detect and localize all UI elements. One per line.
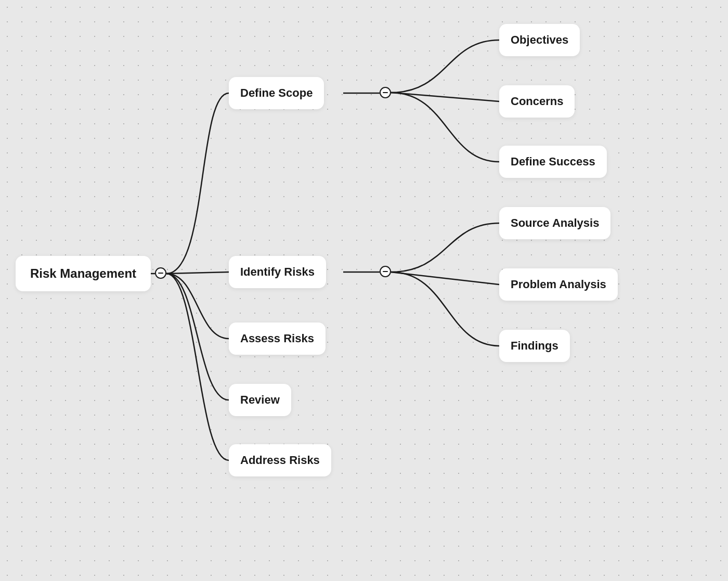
node-objectives[interactable]: Objectives	[499, 24, 580, 56]
node-problem-analysis[interactable]: Problem Analysis	[499, 268, 618, 301]
node-concerns[interactable]: Concerns	[499, 85, 575, 118]
node-concerns-label: Concerns	[511, 95, 563, 108]
node-assess-risks-label: Assess Risks	[240, 332, 314, 345]
node-root-label: Risk Management	[30, 266, 136, 281]
node-define-scope-label: Define Scope	[240, 86, 313, 100]
collapse-root[interactable]	[155, 267, 166, 279]
svg-line-5	[391, 272, 499, 285]
node-address-risks[interactable]: Address Risks	[229, 444, 331, 476]
node-define-scope[interactable]: Define Scope	[229, 77, 324, 109]
node-review-label: Review	[240, 393, 280, 407]
node-define-success[interactable]: Define Success	[499, 146, 607, 178]
collapse-define-scope[interactable]	[380, 87, 391, 98]
mind-map: Risk Management Define Scope Identify Ri…	[0, 0, 728, 581]
node-risk-management[interactable]: Risk Management	[16, 256, 151, 291]
node-identify-risks[interactable]: Identify Risks	[229, 256, 326, 288]
node-assess-risks[interactable]: Assess Risks	[229, 322, 326, 355]
node-source-analysis[interactable]: Source Analysis	[499, 207, 610, 239]
collapse-identify-risks[interactable]	[380, 266, 391, 277]
node-address-risks-label: Address Risks	[240, 454, 320, 467]
node-objectives-label: Objectives	[511, 33, 568, 47]
node-findings[interactable]: Findings	[499, 330, 570, 362]
svg-line-1	[166, 272, 229, 274]
node-source-analysis-label: Source Analysis	[511, 216, 599, 230]
node-define-success-label: Define Success	[511, 155, 595, 169]
node-findings-label: Findings	[511, 339, 558, 353]
svg-line-3	[391, 93, 499, 101]
node-identify-risks-label: Identify Risks	[240, 265, 315, 279]
node-review[interactable]: Review	[229, 384, 291, 416]
node-problem-analysis-label: Problem Analysis	[511, 278, 606, 291]
